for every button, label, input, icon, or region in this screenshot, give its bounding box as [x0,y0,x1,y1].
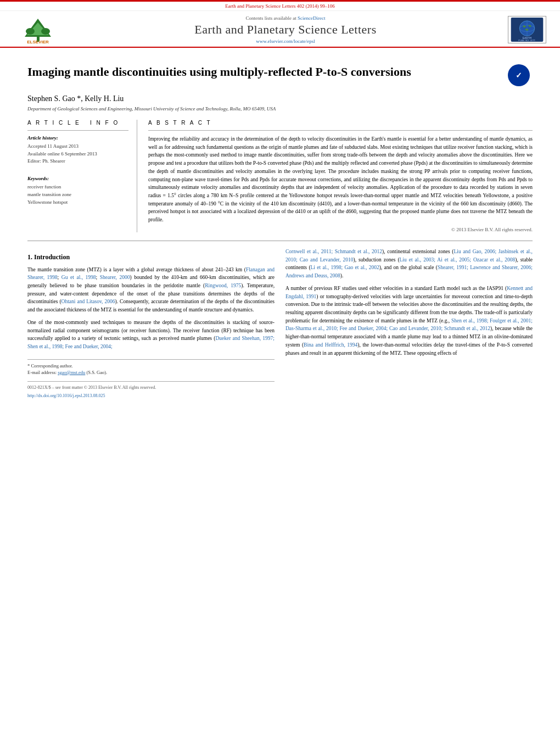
abstract-label: A B S T R A C T [148,120,533,126]
article-info-abstract-section: A R T I C L E I N F O Article history: A… [27,120,533,232]
journal-header: ELSEVIER Contents lists available at Sci… [0,11,560,48]
elsevier-tree-svg: ELSEVIER [14,16,63,43]
svg-text:ELSEVIER: ELSEVIER [27,40,49,43]
article-info-label: A R T I C L E I N F O [27,120,128,126]
earth-logo-box: EARTH PLAN. SCI. LETT. [508,16,546,43]
elsevier-logo: ELSEVIER [11,14,66,44]
keywords-label: Keywords: [27,176,128,181]
email-note: E-mail address: sgao@mst.edu (S.S. Gao). [27,370,275,376]
journal-url[interactable]: www.elsevier.com/locate/epsl [77,38,494,44]
sciencedirect-link[interactable]: ScienceDirect [298,15,325,21]
svg-point-4 [41,28,50,35]
email-link[interactable]: sgao@mst.edu [58,370,85,375]
body-right-col: Cornwell et al., 2011; Schmandt et al., … [285,248,533,399]
ref-liu2003[interactable]: Liu et al., 2003; Ai et al., 2005; Ozaca… [400,257,516,263]
page: Earth and Planetary Science Letters 402 … [0,0,560,742]
corresponding-author-note: * Corresponding author. [27,363,275,370]
article-history-label: Article history: [27,135,128,141]
crossmark-badge: ✓ [508,64,533,89]
article-title-section: Imaging mantle discontinuities using mul… [27,59,533,89]
bottom-bar: 0012-821X/$ – see front matter © 2013 El… [27,381,275,391]
doi-link[interactable]: http://dx.doi.org/10.1016/j.epsl.2013.08… [27,393,105,398]
divider [27,130,128,131]
abstract-divider [148,130,533,131]
intro-heading: 1. Introduction [27,252,275,263]
body-divider [27,241,533,241]
journal-info-bar: Earth and Planetary Science Letters 402 … [0,2,560,11]
footnote-section: * Corresponding author. E-mail address: … [27,359,275,376]
ref-shearer2000[interactable]: Shearer, 2000 [100,275,130,280]
crossmark-icon: ✓ [508,64,530,86]
right-para1: Cornwell et al., 2011; Schmandt et al., … [285,248,533,280]
sciencedirect-label: Contents lists available at ScienceDirec… [77,15,494,21]
affiliation: Department of Geological Sciences and En… [27,106,533,111]
ref-li1998[interactable]: Li et al., 1998; Gao et al., 2002 [311,265,379,270]
earth-logo: EARTH PLAN. SCI. LETT. [505,14,549,44]
article-info-col: A R T I C L E I N F O Article history: A… [27,120,137,232]
ref-dueker[interactable]: Dueker and Sheehan, 1997; Shen et al., 1… [27,336,275,349]
ref-ohtani[interactable]: Ohtani and Litasov, 2006 [61,299,115,304]
issn-text: 0012-821X/$ – see front matter © 2013 El… [27,384,156,391]
journal-title: Earth and Planetary Science Letters [77,23,494,37]
ref-ringwood[interactable]: Ringwood, 1975 [205,283,241,288]
copyright: © 2013 Elsevier B.V. All rights reserved… [148,227,533,232]
keywords-text: receiver function mantle transition zone… [27,183,128,207]
ref-kennett[interactable]: Kennett and Engdahl, 1991 [285,286,533,299]
body-section: 1. Introduction The mantle transition zo… [27,248,533,399]
svg-text:PLAN. SCI. LETT.: PLAN. SCI. LETT. [518,39,535,42]
main-content: Imaging mantle discontinuities using mul… [0,48,560,410]
header-center: Contents lists available at ScienceDirec… [66,15,505,44]
authors: Stephen S. Gao *, Kelly H. Liu [27,94,533,103]
article-title: Imaging mantle discontinuities using mul… [27,64,497,80]
ref-shen1998[interactable]: Shen et al., 1998; Foulger et al., 2001;… [285,318,533,332]
earth-globe-svg: EARTH PLAN. SCI. LETT. [511,18,544,42]
ref-gu[interactable]: Gu et al., 1998 [61,275,96,280]
intro-para2: One of the most-commonly used techniques… [27,319,275,351]
article-history-text: Accepted 11 August 2013 Available online… [27,143,128,165]
journal-volume-info: Earth and Planetary Science Letters 402 … [225,3,335,9]
abstract-text: Improving the reliability and accuracy i… [148,135,533,224]
svg-point-3 [26,28,35,35]
abstract-col: A B S T R A C T Improving the reliabilit… [148,120,533,232]
right-para2: A number of previous RF studies used eit… [285,284,533,357]
intro-para1: The mantle transition zone (MTZ) is a la… [27,266,275,314]
ref-bina[interactable]: Bina and Helffrich, 1994 [304,342,357,348]
ref-cornwell[interactable]: Cornwell et al., 2011; Schmandt et al., … [285,249,382,254]
body-left-col: 1. Introduction The mantle transition zo… [27,248,275,399]
